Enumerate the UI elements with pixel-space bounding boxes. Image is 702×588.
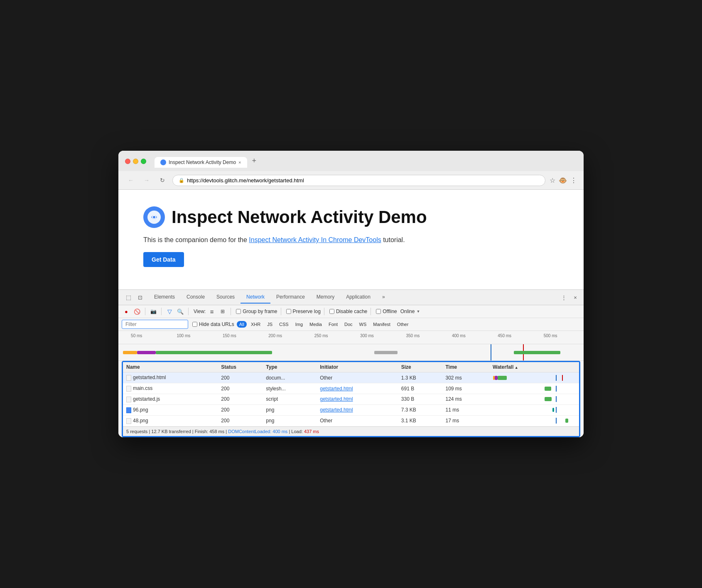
cell-initiator: getstarted.html (317, 394, 398, 405)
filter-input[interactable] (122, 320, 188, 329)
disable-cache-checkbox[interactable] (329, 309, 334, 314)
preserve-log-checkbox[interactable] (286, 309, 291, 314)
table-row[interactable]: getstarted.js200scriptgetstarted.html330… (123, 394, 579, 405)
tab-application[interactable]: Application (340, 291, 376, 304)
timeline-450ms: 450 ms (498, 333, 511, 338)
filter-other-button[interactable]: Other (395, 321, 411, 328)
close-button[interactable] (125, 159, 130, 164)
inspect-element-icon[interactable]: ⬚ (123, 292, 133, 302)
filter-js-button[interactable]: JS (265, 321, 275, 328)
page-content: Inspect Network Activity Demo This is th… (118, 190, 584, 289)
devtools-close-icon[interactable]: × (570, 292, 580, 302)
table-header-row: Name Status Type Initiator Size Time Wat… (123, 362, 579, 372)
group-by-frame-option[interactable]: Group by frame (236, 309, 277, 314)
tab-elements[interactable]: Elements (148, 291, 181, 304)
cell-name: 96.png (123, 404, 218, 415)
active-tab[interactable]: Inspect Network Activity Demo × (155, 157, 247, 168)
file-icon (126, 397, 131, 402)
tab-memory[interactable]: Memory (311, 291, 340, 304)
cell-size: 330 B (398, 394, 442, 405)
timeline-500ms: 500 ms (544, 333, 557, 338)
tab-console[interactable]: Console (181, 291, 211, 304)
cell-name: getstarted.html (123, 372, 218, 383)
record-button[interactable]: ● (122, 307, 131, 316)
list-view-button[interactable]: ≡ (207, 307, 216, 316)
initiator-link[interactable]: getstarted.html (320, 396, 353, 402)
filter-css-button[interactable]: CSS (277, 321, 291, 328)
initiator-link[interactable]: getstarted.html (320, 407, 353, 413)
dropdown-arrow-icon[interactable]: ▼ (416, 309, 420, 314)
throttle-select[interactable]: Online (400, 309, 415, 314)
address-path: /network/getstarted.html (246, 177, 304, 184)
filter-media-button[interactable]: Media (307, 321, 324, 328)
group-by-frame-checkbox[interactable] (236, 309, 241, 314)
browser-window: Inspect Network Activity Demo × + ← → ↻ … (118, 151, 584, 437)
cell-status: 200 (218, 372, 263, 383)
filter-font-button[interactable]: Font (326, 321, 340, 328)
tab-more[interactable]: » (376, 291, 391, 304)
new-tab-button[interactable]: + (249, 155, 260, 167)
cell-size: 3.1 KB (398, 415, 442, 426)
device-toolbar-icon[interactable]: ⊡ (135, 292, 145, 302)
table-row[interactable]: 48.png200pngOther3.1 KB17 ms (123, 415, 579, 426)
cell-status: 200 (218, 394, 263, 405)
devtools-link[interactable]: Inspect Network Activity In Chrome DevTo… (249, 236, 381, 243)
network-toolbar: ● 🚫 📷 ▽ 🔍 View: ≡ ⊞ Group by frame Prese… (118, 305, 584, 318)
cell-time: 109 ms (442, 383, 489, 394)
toolbar-separator-4 (231, 308, 231, 315)
load-value: 437 ms (304, 429, 319, 434)
table-row[interactable]: 96.png200pnggetstarted.html7.3 KB11 ms (123, 404, 579, 415)
hide-data-urls-checkbox[interactable] (192, 322, 197, 327)
filter-img-button[interactable]: Img (293, 321, 305, 328)
timeline-350ms: 350 ms (406, 333, 420, 338)
cell-time: 17 ms (442, 415, 489, 426)
filter-manifest-button[interactable]: Manifest (371, 321, 393, 328)
col-initiator: Initiator (317, 362, 398, 372)
offline-checkbox[interactable] (376, 309, 381, 314)
preserve-log-option[interactable]: Preserve log (286, 309, 321, 314)
timeline-visualization (118, 344, 584, 361)
tab-close-button[interactable]: × (238, 160, 241, 165)
cell-type: script (263, 394, 317, 405)
maximize-button[interactable] (141, 159, 146, 164)
address-actions: ☆ 🐵 ⋮ (550, 176, 577, 184)
back-button[interactable]: ← (125, 174, 137, 186)
toolbar-separator-3 (188, 308, 189, 315)
table-row[interactable]: getstarted.html200docum...Other1.3 KB302… (123, 372, 579, 383)
minimize-button[interactable] (133, 159, 138, 164)
forward-button[interactable]: → (141, 174, 152, 186)
timeline-250ms: 250 ms (314, 333, 328, 338)
devtools-more-icon[interactable]: ⋮ (559, 292, 569, 302)
table-row[interactable]: main.css200stylesh...getstarted.html691 … (123, 383, 579, 394)
offline-option[interactable]: Offline (376, 309, 397, 314)
filter-all-button[interactable]: All (237, 321, 247, 328)
cell-waterfall (489, 383, 579, 394)
camera-button[interactable]: 📷 (149, 307, 158, 316)
reload-button[interactable]: ↻ (157, 174, 168, 186)
initiator-link[interactable]: getstarted.html (320, 386, 353, 392)
tab-network[interactable]: Network (241, 291, 270, 304)
stack-view-button[interactable]: ⊞ (218, 307, 227, 316)
address-input[interactable]: 🔒 https://devtools.glitch.me/network/get… (172, 175, 545, 186)
dom-content-loaded-label: DOMContentLoaded: (228, 429, 271, 434)
filter-ws-button[interactable]: WS (357, 321, 369, 328)
filter-toggle-button[interactable]: ▽ (165, 307, 174, 316)
tab-sources[interactable]: Sources (211, 291, 241, 304)
toolbar-separator-1 (145, 308, 145, 315)
bookmark-icon[interactable]: ☆ (550, 176, 555, 184)
get-data-button[interactable]: Get Data (143, 252, 184, 267)
cell-time: 302 ms (442, 372, 489, 383)
status-bar: 5 requests | 12.7 KB transferred | Finis… (123, 426, 579, 436)
hide-data-urls-option[interactable]: Hide data URLs (192, 321, 234, 327)
more-menu-icon[interactable]: ⋮ (570, 176, 577, 184)
toolbar-separator-5 (281, 308, 281, 315)
search-button[interactable]: 🔍 (176, 307, 185, 316)
filter-xhr-button[interactable]: XHR (248, 321, 263, 328)
page-title: Inspect Network Activity Demo (172, 207, 427, 227)
cell-size: 1.3 KB (398, 372, 442, 383)
col-status: Status (218, 362, 263, 372)
clear-button[interactable]: 🚫 (133, 307, 142, 316)
tab-performance[interactable]: Performance (270, 291, 311, 304)
disable-cache-option[interactable]: Disable cache (329, 309, 367, 314)
filter-doc-button[interactable]: Doc (342, 321, 355, 328)
